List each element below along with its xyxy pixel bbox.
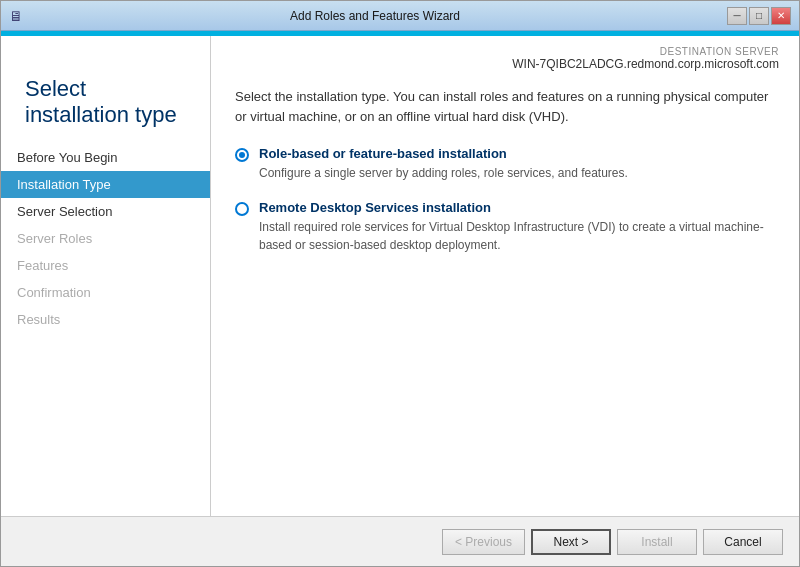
- option-remote-desktop-desc: Install required role services for Virtu…: [259, 218, 775, 254]
- title-bar: 🖥 Add Roles and Features Wizard ─ □ ✕: [1, 1, 799, 31]
- destination-server: DESTINATION SERVER WIN-7QIBC2LADCG.redmo…: [211, 36, 799, 71]
- sidebar-item-confirmation: Confirmation: [1, 279, 210, 306]
- previous-button[interactable]: < Previous: [442, 529, 525, 555]
- option-remote-desktop-title: Remote Desktop Services installation: [259, 200, 775, 215]
- install-button[interactable]: Install: [617, 529, 697, 555]
- window-title: Add Roles and Features Wizard: [23, 9, 727, 23]
- sidebar-item-results: Results: [1, 306, 210, 333]
- radio-remote-desktop[interactable]: [235, 202, 249, 216]
- page-title-area: Select installation type: [1, 56, 210, 144]
- next-button[interactable]: Next >: [531, 529, 611, 555]
- wizard-window: 🖥 Add Roles and Features Wizard ─ □ ✕ Se…: [0, 0, 800, 567]
- left-panel: Select installation type Before You Begi…: [1, 36, 211, 516]
- main-panel: DESTINATION SERVER WIN-7QIBC2LADCG.redmo…: [211, 36, 799, 516]
- description-text: Select the installation type. You can in…: [235, 87, 775, 126]
- sidebar-item-server-selection[interactable]: Server Selection: [1, 198, 210, 225]
- nav-list: Before You Begin Installation Type Serve…: [1, 144, 210, 333]
- window-controls: ─ □ ✕: [727, 7, 791, 25]
- sidebar-item-server-roles: Server Roles: [1, 225, 210, 252]
- sidebar-item-before-you-begin[interactable]: Before You Begin: [1, 144, 210, 171]
- option-role-based-desc: Configure a single server by adding role…: [259, 164, 775, 182]
- option-role-based[interactable]: Role-based or feature-based installation…: [235, 146, 775, 182]
- minimize-button[interactable]: ─: [727, 7, 747, 25]
- sidebar-item-features: Features: [1, 252, 210, 279]
- radio-role-based[interactable]: [235, 148, 249, 162]
- destination-label: DESTINATION SERVER: [231, 46, 779, 57]
- destination-server-name: WIN-7QIBC2LADCG.redmond.corp.microsoft.c…: [231, 57, 779, 71]
- option-remote-desktop-text: Remote Desktop Services installation Ins…: [259, 200, 775, 254]
- window-icon: 🖥: [9, 8, 23, 24]
- close-button[interactable]: ✕: [771, 7, 791, 25]
- page-title: Select installation type: [25, 76, 186, 128]
- installation-options: Role-based or feature-based installation…: [235, 146, 775, 254]
- content-area: Select installation type Before You Begi…: [1, 36, 799, 516]
- option-role-based-text: Role-based or feature-based installation…: [259, 146, 775, 182]
- sidebar-item-installation-type[interactable]: Installation Type: [1, 171, 210, 198]
- maximize-button[interactable]: □: [749, 7, 769, 25]
- cancel-button[interactable]: Cancel: [703, 529, 783, 555]
- option-remote-desktop[interactable]: Remote Desktop Services installation Ins…: [235, 200, 775, 254]
- footer: < Previous Next > Install Cancel: [1, 516, 799, 566]
- option-role-based-title: Role-based or feature-based installation: [259, 146, 775, 161]
- main-content: Select the installation type. You can in…: [211, 71, 799, 516]
